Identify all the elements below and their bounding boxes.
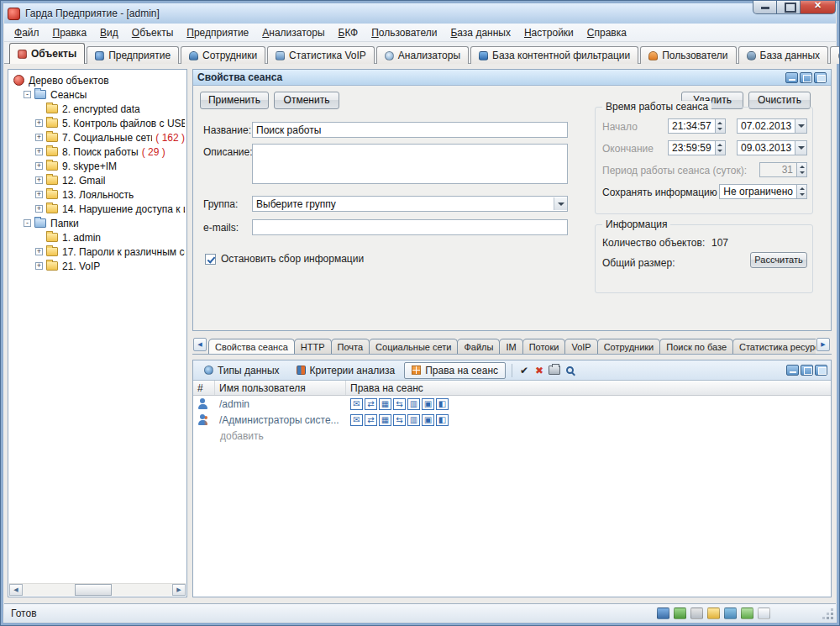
add-user-link[interactable]: добавить <box>220 428 264 444</box>
group-select[interactable]: Выберите группу <box>252 196 568 212</box>
transfer-permission-icon[interactable]: ⇄ <box>365 414 377 426</box>
close-button[interactable] <box>800 0 836 14</box>
exchange-permission-icon[interactable]: ⇆ <box>393 414 406 426</box>
tree-node-session[interactable]: 12. Gmail <box>10 173 185 187</box>
spinner-icon[interactable] <box>715 140 726 155</box>
tab-diagnostics[interactable]: Диагностика <box>830 46 840 64</box>
menu-users[interactable]: Пользователи <box>365 24 444 41</box>
log-status-icon[interactable] <box>758 608 770 619</box>
maximize-button[interactable] <box>776 0 801 14</box>
expand-icon[interactable] <box>35 191 43 198</box>
tabs-scroll-left-icon[interactable]: ◀ <box>193 338 207 351</box>
save-permission-icon[interactable]: ▦ <box>379 398 391 410</box>
session-tab-employees[interactable]: Сотрудники <box>597 339 661 354</box>
menu-database[interactable]: База данных <box>444 24 517 41</box>
tree-horizontal-scrollbar[interactable]: ◀ ▶ <box>9 583 186 596</box>
apply-button[interactable]: Применить <box>200 92 269 109</box>
menu-settings[interactable]: Настройки <box>517 24 580 41</box>
tree-node-session[interactable]: 9. skype+IM <box>10 159 185 173</box>
combo-dropdown-button[interactable] <box>554 197 567 210</box>
menu-bkf[interactable]: БКФ <box>332 24 365 41</box>
tabs-scroll-right-icon[interactable]: ▶ <box>816 338 830 351</box>
session-tab-properties[interactable]: Свойства сеанса <box>208 339 295 354</box>
expand-icon[interactable] <box>35 248 43 255</box>
session-name-input[interactable] <box>252 122 568 138</box>
tab-enterprise[interactable]: Предприятие <box>87 46 179 64</box>
session-tab-social[interactable]: Социальные сети <box>369 339 458 354</box>
view-permission-icon[interactable]: ◧ <box>436 414 449 426</box>
session-tab-streams[interactable]: Потоки <box>522 339 566 354</box>
panel-layout-icon[interactable] <box>815 365 827 376</box>
menu-file[interactable]: Файл <box>8 24 46 41</box>
mail-permission-icon[interactable]: ✉ <box>350 414 363 426</box>
analyzers-status-icon[interactable] <box>674 608 686 619</box>
menu-analyzers[interactable]: Анализаторы <box>255 24 331 41</box>
menu-view[interactable]: Вид <box>93 24 125 41</box>
tree-root-node[interactable]: Дерево объектов <box>10 73 185 87</box>
tab-content-filter-db[interactable]: База контентной фильтрации <box>470 46 638 64</box>
tree-node-folder[interactable]: 17. Пароли к различным сер <box>10 245 185 259</box>
tab-database[interactable]: База данных <box>738 46 828 64</box>
session-tab-http-stats[interactable]: Статистика ресурсов HTTP <box>732 339 816 354</box>
tree-node-session[interactable]: 2. encrypted data <box>10 102 185 116</box>
cancel-button[interactable]: Отменить <box>274 92 339 109</box>
menu-objects[interactable]: Объекты <box>125 24 181 41</box>
edit-permission-icon[interactable]: ▣ <box>422 398 434 410</box>
print-icon[interactable] <box>547 363 562 378</box>
menu-enterprise[interactable]: Предприятие <box>180 24 255 41</box>
tree-node-session[interactable]: 13. Лояльность <box>10 187 185 202</box>
minimize-button[interactable] <box>753 0 777 14</box>
keep-info-spinbox[interactable]: Не ограничено <box>719 184 807 199</box>
report-permission-icon[interactable]: ▥ <box>407 414 420 426</box>
session-tab-db-search[interactable]: Поиск по базе <box>659 339 733 354</box>
start-time-spinbox[interactable]: 21:34:57 <box>668 118 726 134</box>
data-types-tab[interactable]: Типы данных <box>197 362 287 379</box>
traffic-status-icon[interactable] <box>724 608 737 619</box>
column-session-rights[interactable]: Права на сеанс <box>346 381 831 395</box>
scrollbar-thumb[interactable] <box>75 584 112 596</box>
expand-icon[interactable] <box>35 176 43 184</box>
title-bar[interactable]: Гарда Предприятие - [admin] <box>4 3 836 24</box>
scroll-left-icon[interactable]: ◀ <box>9 584 23 596</box>
analysis-criteria-tab[interactable]: Критерии анализа <box>289 362 403 379</box>
expand-icon[interactable] <box>35 262 43 270</box>
connection-status-icon[interactable] <box>657 608 669 619</box>
calendar-dropdown-icon[interactable] <box>795 118 807 134</box>
save-permission-icon[interactable]: ▦ <box>379 414 391 426</box>
tree-node-session-selected[interactable]: 8. Поиск работы ( 29 ) <box>10 145 185 159</box>
expand-icon[interactable] <box>35 162 43 170</box>
resize-grip[interactable] <box>831 617 833 619</box>
panel-minimize-icon[interactable] <box>785 72 798 83</box>
emails-input[interactable] <box>252 219 568 235</box>
column-number[interactable]: # <box>193 381 215 395</box>
expand-icon[interactable] <box>35 134 43 141</box>
expand-icon[interactable] <box>35 148 43 155</box>
tab-objects[interactable]: Объекты <box>9 43 85 64</box>
storage-status-icon[interactable] <box>690 608 703 619</box>
tab-analyzers[interactable]: Анализаторы <box>376 46 469 64</box>
end-time-spinbox[interactable]: 23:59:59 <box>668 140 726 155</box>
column-user-name[interactable]: Имя пользователя <box>215 381 346 395</box>
database-status-icon[interactable] <box>741 608 753 619</box>
session-tab-mail[interactable]: Почта <box>331 339 370 354</box>
stop-collect-checkbox[interactable] <box>205 254 216 265</box>
add-user-row[interactable]: добавить <box>193 428 831 444</box>
scroll-right-icon[interactable]: ▶ <box>172 584 186 596</box>
delete-icon[interactable]: ✖ <box>532 363 547 378</box>
tab-users[interactable]: Пользователи <box>640 46 736 64</box>
tab-employees[interactable]: Сотрудники <box>181 46 265 64</box>
panel-layout-icon[interactable] <box>814 72 827 83</box>
confirm-icon[interactable]: ✔ <box>517 363 532 378</box>
view-permission-icon[interactable]: ◧ <box>436 398 449 410</box>
session-tab-files[interactable]: Файлы <box>457 339 500 354</box>
session-tab-http[interactable]: HTTP <box>294 339 332 354</box>
tree-node-sessions[interactable]: Сеансы <box>10 87 185 102</box>
menu-edit[interactable]: Правка <box>46 24 94 41</box>
collapse-icon[interactable] <box>24 91 31 98</box>
edit-permission-icon[interactable]: ▣ <box>422 414 434 426</box>
mail-status-icon[interactable] <box>707 608 720 619</box>
stop-collect-row[interactable]: Остановить сбор информации <box>205 253 364 265</box>
spinner-icon[interactable] <box>715 118 726 134</box>
transfer-permission-icon[interactable]: ⇄ <box>365 398 377 410</box>
description-input[interactable] <box>252 144 568 184</box>
